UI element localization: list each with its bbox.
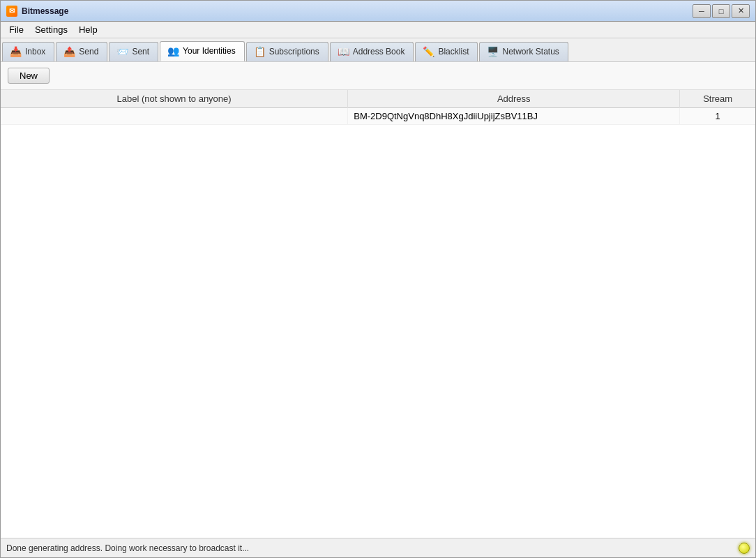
menu-help[interactable]: Help xyxy=(73,23,103,36)
identities-icon: 👥 xyxy=(167,45,179,56)
menu-settings[interactable]: Settings xyxy=(29,23,73,36)
maximize-button[interactable]: □ xyxy=(712,4,730,18)
app-icon: ✉ xyxy=(6,6,17,17)
cell-address: BM-2D9QtNgVnq8DhH8XgJdiiUpjijZsBV11BJ xyxy=(348,108,680,125)
tab-blacklist-label: Blacklist xyxy=(438,47,469,56)
table-row[interactable]: BM-2D9QtNgVnq8DhH8XgJdiiUpjijZsBV11BJ 1 xyxy=(1,108,755,125)
close-button[interactable]: ✕ xyxy=(732,4,750,18)
tab-inbox[interactable]: 📥 Inbox xyxy=(2,42,54,61)
cell-stream: 1 xyxy=(680,108,755,125)
main-window: ✉ Bitmessage ─ □ ✕ File Settings Help 📥 … xyxy=(0,0,756,558)
tab-blacklist[interactable]: ✏️ Blacklist xyxy=(415,42,478,61)
tab-network-status-label: Network Status xyxy=(502,47,559,56)
menu-file[interactable]: File xyxy=(3,23,29,36)
cell-label xyxy=(1,108,348,125)
status-indicator xyxy=(739,543,750,554)
tab-sent[interactable]: 📨 Sent xyxy=(109,42,158,61)
subscriptions-icon: 📋 xyxy=(254,46,266,57)
title-bar-left: ✉ Bitmessage xyxy=(6,6,68,17)
menu-bar: File Settings Help xyxy=(1,22,755,38)
tab-send-label: Send xyxy=(79,47,98,56)
blacklist-icon: ✏️ xyxy=(423,46,434,57)
tab-identities-label: Your Identities xyxy=(183,46,236,56)
content-area: New Label (not shown to anyone) Address … xyxy=(1,62,755,538)
toolbar: New xyxy=(1,62,755,90)
address-book-icon: 📖 xyxy=(338,46,349,57)
send-icon: 📤 xyxy=(63,46,75,57)
status-text: Done generating address. Doing work nece… xyxy=(6,543,249,553)
sent-icon: 📨 xyxy=(116,46,128,57)
window-title: Bitmessage xyxy=(22,6,68,16)
table-container: Label (not shown to anyone) Address Stre… xyxy=(1,90,755,538)
new-button[interactable]: New xyxy=(8,68,50,84)
tab-send[interactable]: 📤 Send xyxy=(56,42,107,61)
col-header-address: Address xyxy=(348,90,680,108)
status-bar: Done generating address. Doing work nece… xyxy=(1,538,755,557)
table-header-row: Label (not shown to anyone) Address Stre… xyxy=(1,90,755,108)
tab-subscriptions[interactable]: 📋 Subscriptions xyxy=(246,42,328,61)
tab-address-book-label: Address Book xyxy=(353,47,405,56)
window-controls: ─ □ ✕ xyxy=(693,4,750,18)
network-status-icon: 🖥️ xyxy=(487,46,499,57)
identities-table: Label (not shown to anyone) Address Stre… xyxy=(1,90,755,125)
tabs-bar: 📥 Inbox 📤 Send 📨 Sent 👥 Your Identities … xyxy=(1,38,755,62)
tab-sent-label: Sent xyxy=(132,47,149,56)
title-bar: ✉ Bitmessage ─ □ ✕ xyxy=(1,1,755,22)
tab-your-identities[interactable]: 👥 Your Identities xyxy=(160,41,245,61)
tab-address-book[interactable]: 📖 Address Book xyxy=(330,42,414,61)
tab-inbox-label: Inbox xyxy=(25,47,45,56)
tab-subscriptions-label: Subscriptions xyxy=(269,47,319,56)
col-header-label: Label (not shown to anyone) xyxy=(1,90,348,108)
col-header-stream: Stream xyxy=(680,90,755,108)
inbox-icon: 📥 xyxy=(10,46,22,57)
minimize-button[interactable]: ─ xyxy=(693,4,711,18)
tab-network-status[interactable]: 🖥️ Network Status xyxy=(479,42,568,61)
